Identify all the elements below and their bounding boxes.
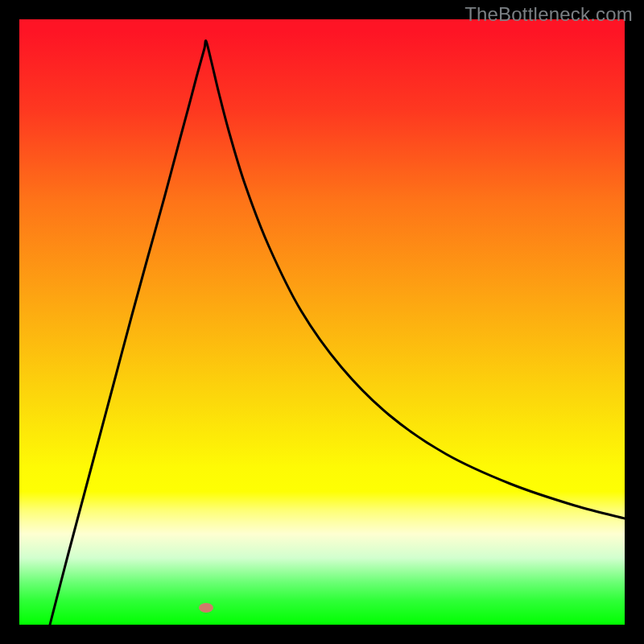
- bottleneck-curve: [19, 19, 625, 625]
- watermark-text: TheBottleneck.com: [464, 3, 633, 26]
- minimum-marker: [199, 603, 213, 613]
- chart-plot-area: [19, 19, 625, 625]
